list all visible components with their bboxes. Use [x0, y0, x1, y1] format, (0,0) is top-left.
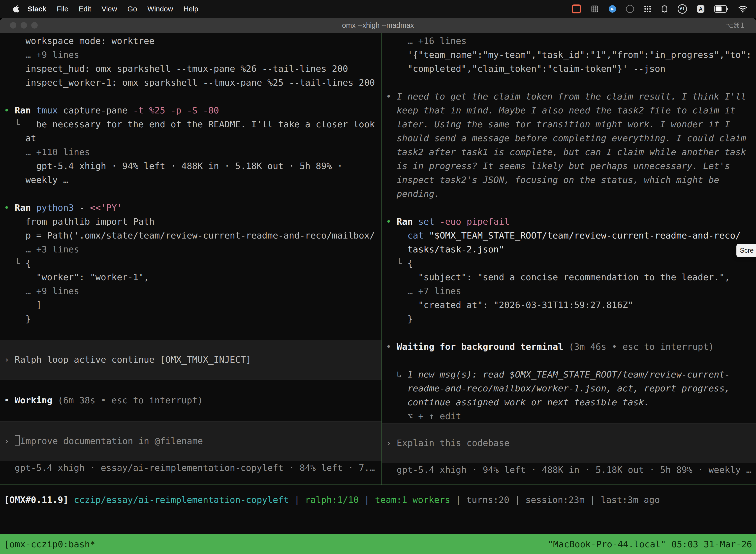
menu-go[interactable]: Go	[122, 0, 142, 18]
terminal-text-segment	[68, 495, 74, 505]
zoom-window-button[interactable]	[31, 22, 38, 29]
terminal-line: … +110 lines	[4, 145, 381, 159]
terminal-text-segment: ⌥ + ↑ edit	[386, 411, 461, 421]
terminal-line: inspect task2's JSON, focusing on the st…	[386, 173, 756, 187]
tmux-pane-divider-horizontal[interactable]	[0, 485, 756, 485]
terminal-line: … +7 lines	[386, 284, 756, 298]
close-window-button[interactable]	[10, 22, 16, 29]
terminal-text-segment: be necessary for the end of the README. …	[25, 119, 375, 129]
menu-edit[interactable]: Edit	[74, 0, 97, 18]
terminal-text-segment: "worker": "worker-1",	[4, 272, 149, 282]
terminal-text-segment: … +110 lines	[4, 147, 90, 157]
terminal-text-segment: •	[4, 105, 15, 115]
battery-percent-badge[interactable]: 61	[678, 4, 687, 14]
blue-app-icon[interactable]	[609, 5, 616, 13]
terminal-text-segment: •	[386, 91, 397, 102]
terminal-text-segment: team:1 workers	[375, 495, 450, 505]
screenshot-preview-popup[interactable]: Scre	[737, 244, 756, 257]
terminal-line: └ {	[386, 257, 756, 270]
dark-app-icon[interactable]	[626, 5, 634, 13]
terminal-text-segment: |	[509, 495, 525, 505]
terminal-text-segment: cat	[407, 230, 424, 240]
terminal-text-segment: capture-pane	[58, 105, 133, 115]
menu-help[interactable]: Help	[178, 0, 204, 18]
terminal-line: … +16 lines	[386, 34, 756, 48]
apps-grid-icon[interactable]	[644, 5, 651, 13]
terminal-text-segment: later. Using the same for transition mig…	[386, 119, 730, 129]
terminal-text-segment: ↳	[386, 369, 407, 380]
terminal-text-segment: "completed","claim_token":"claim-token"}…	[386, 63, 666, 74]
minimize-window-button[interactable]	[20, 22, 27, 29]
tmux-right-pane[interactable]: … +16 lines '{"team_name":"my-team","tas…	[382, 33, 756, 485]
terminal-line: }	[4, 312, 381, 326]
terminal-line: inspect_hud: omx sparkshell --tmux-pane …	[4, 62, 381, 76]
terminal-blank-line	[386, 354, 756, 368]
terminal-line: task2 after task1 is complete, but can I…	[386, 145, 756, 159]
input-source-icon[interactable]: A	[697, 5, 704, 13]
terminal-blank-line	[4, 90, 381, 104]
terminal-line: • Waiting for background terminal (3m 46…	[386, 340, 756, 354]
menu-app-name[interactable]: Slack	[22, 0, 52, 18]
terminal-text-segment: task2 after task1 is complete, but can I…	[386, 147, 746, 157]
terminal-text-segment: from pathlib import Path	[4, 216, 154, 227]
record-indicator-icon[interactable]	[572, 4, 581, 13]
tmux-left-pane[interactable]: workspace_mode: worktree … +9 lines insp…	[0, 33, 381, 485]
terminal-line: p = Path('.omx/state/team/review-current…	[4, 229, 381, 242]
terminal-text-segment: 1 new msg(s): read $OMX_TEAM_STATE_ROOT/…	[407, 369, 730, 380]
terminal-line: continue assigned work or next feasible …	[386, 395, 756, 409]
terminal-text-segment: ]	[4, 300, 42, 310]
terminal-line: keep that in mind. Maybe I also need the…	[386, 104, 756, 117]
terminal-text-segment: Ran	[15, 105, 36, 115]
terminal-text-segment: inspect_hud: omx sparkshell --tmux-pane …	[4, 63, 348, 74]
terminal-text-segment: gpt-5.4 xhigh · 94% left · 488K in · 5.1…	[4, 161, 342, 171]
terminal-line: '{"team_name":"my-team","task_id":"1","f…	[386, 48, 756, 62]
menu-view[interactable]: View	[97, 0, 122, 18]
terminal-line: "completed","claim_token":"claim-token"}…	[386, 62, 756, 76]
menu-file[interactable]: File	[52, 0, 74, 18]
terminal-text-segment: set	[418, 216, 440, 227]
battery-icon[interactable]	[714, 5, 728, 13]
terminal-text-segment: tmux	[36, 105, 58, 115]
tmux-pane-divider-vertical[interactable]	[381, 33, 382, 485]
terminal-line: • Ran python3 - <<'PY'	[4, 201, 381, 215]
terminal-text-segment: |	[359, 495, 375, 505]
traffic-lights	[10, 22, 38, 29]
grid-icon[interactable]	[591, 5, 599, 13]
terminal-text-segment: I need to get the claim token from the c…	[397, 91, 746, 102]
terminal-window: omx --xhigh --madmax ⌥⌘1 workspace_mode:…	[0, 18, 756, 554]
terminal-line: • Working (6m 38s • esc to interrupt)	[4, 393, 381, 407]
terminal-text-segment: session:23m	[525, 495, 584, 505]
terminal-text-segment: └	[4, 258, 25, 268]
prompt-row[interactable]: › Explain this codebase	[382, 423, 756, 463]
terminal-line: readme-and-reco/mailbox/worker-1.json, a…	[386, 382, 756, 395]
menu-window[interactable]: Window	[142, 0, 178, 18]
terminal-text-segment: … +7 lines	[386, 286, 461, 296]
terminal-text-segment: cczip/essay/ai-reimplementation-copyleft	[74, 495, 289, 505]
terminal-text-segment: }	[386, 314, 413, 324]
terminal-text-segment: keep that in mind. Maybe I also need the…	[386, 105, 736, 115]
menu-bar: Slack File Edit View Go Window Help 61 A	[0, 0, 756, 18]
prompt-row[interactable]: › Ralph loop active continue [OMX_TMUX_I…	[0, 340, 381, 380]
terminal-text-segment: [OMX#0.11.9]	[4, 495, 68, 505]
window-title-bar[interactable]: omx --xhigh --madmax ⌥⌘1	[0, 18, 756, 33]
apple-menu-icon[interactable]	[12, 5, 20, 13]
terminal-text-segment: … +9 lines	[4, 50, 79, 60]
terminal-line: └ be necessary for the end of the README…	[4, 117, 381, 131]
terminal-text-segment: '{"team_name":"my-team","task_id":"1","f…	[386, 50, 752, 60]
terminal-text-segment: gpt-5.4 xhigh · 94% left · 488K in · 5.1…	[386, 465, 752, 475]
terminal-text-segment: … +9 lines	[4, 286, 79, 296]
terminal-text-segment: last:3m ago	[601, 495, 660, 505]
terminal-text-segment: continue assigned work or next feasible …	[386, 397, 649, 407]
terminal-text-segment: ›	[4, 354, 15, 365]
terminal-text-segment: Ran	[15, 203, 36, 213]
terminal-text-segment: weekly …	[4, 175, 68, 185]
terminal-blank-line	[4, 380, 381, 393]
prompt-row[interactable]: › Improve documentation in @filename	[0, 421, 381, 461]
omx-status-line: [OMX#0.11.9] cczip/essay/ai-reimplementa…	[4, 493, 752, 507]
terminal-text-segment: "created_at": "2026-03-31T11:59:27.816Z"	[386, 300, 633, 310]
terminal-line: "created_at": "2026-03-31T11:59:27.816Z"	[386, 298, 756, 312]
ghost-app-icon[interactable]	[661, 5, 668, 13]
screenshot-popup-text: Scre	[740, 247, 754, 254]
wifi-icon[interactable]	[738, 5, 748, 13]
terminal-line: }	[386, 312, 756, 326]
